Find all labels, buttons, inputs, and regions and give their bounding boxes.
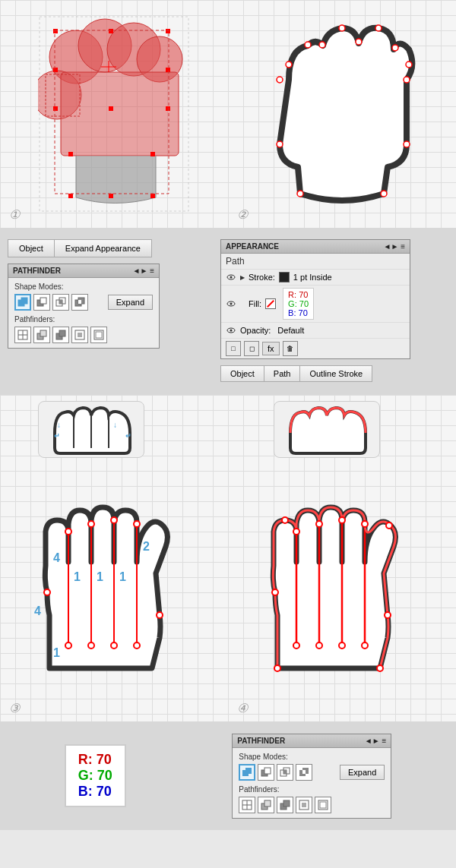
svg-point-27 [356, 39, 362, 45]
bottom-exclude-icon[interactable] [296, 764, 312, 781]
bottom-trim-icon[interactable] [258, 797, 274, 813]
step1-number: ① [9, 207, 20, 222]
svg-rect-7 [53, 29, 58, 33]
merge-icon[interactable] [52, 327, 69, 343]
svg-text:4: 4 [34, 604, 41, 617]
svg-point-104 [362, 642, 368, 649]
svg-rect-19 [109, 194, 113, 198]
svg-point-106 [385, 612, 391, 618]
svg-point-29 [392, 45, 398, 51]
svg-rect-8 [166, 29, 170, 33]
svg-point-60 [230, 276, 233, 279]
svg-rect-39 [21, 298, 27, 304]
step4-thumb-svg [279, 406, 378, 456]
rgb-r-value: R: 70 [288, 290, 309, 299]
pathfinder-controls: ◄► ≡ [133, 267, 154, 275]
step3-number: ③ [9, 701, 20, 715]
clear-icon[interactable]: ◻ [244, 341, 259, 356]
svg-point-35 [404, 141, 410, 147]
bottom-collapse-icon[interactable]: ◄► [365, 737, 380, 745]
svg-point-30 [406, 62, 412, 68]
outline-icon[interactable] [90, 327, 107, 343]
crop-icon[interactable] [71, 327, 88, 343]
svg-text:↵: ↵ [54, 432, 60, 440]
pathfinder-title-bar: PATHFINDER ◄► ≡ [8, 264, 159, 278]
object-button[interactable]: Object [8, 239, 55, 257]
bottom-pathfinder-panel: PATHFINDER ◄► ≡ Shape Modes: [232, 734, 391, 819]
stroke-eye-icon[interactable] [226, 272, 236, 282]
bottom-shape-modes-label: Shape Modes: [239, 753, 385, 761]
pathfinder-body: Shape Modes: Expand [8, 278, 159, 348]
top-button-row: Object Expand Appearance [8, 239, 213, 257]
opacity-eye-icon[interactable] [226, 325, 236, 336]
bottom-menu-icon[interactable]: ≡ [382, 737, 386, 745]
divide-icon[interactable] [14, 327, 31, 343]
fill-color-swatch[interactable] [265, 298, 276, 309]
svg-rect-120 [302, 770, 306, 774]
exclude-icon[interactable] [71, 294, 88, 311]
add-new-icon[interactable]: □ [226, 341, 241, 356]
bottom-shape-mode-icons: Expand [239, 764, 385, 781]
step4-number: ④ [237, 701, 248, 715]
expand-button[interactable]: Expand [108, 295, 153, 310]
path-tab-button[interactable]: Path [264, 365, 300, 382]
step3-hand-svg: 4 1 1 1 4 2 1 [30, 463, 198, 676]
svg-point-34 [277, 141, 283, 147]
object-tab-button[interactable]: Object [220, 365, 264, 382]
svg-point-105 [272, 589, 278, 595]
step3-thumb-svg: ↓ ↓ ↵ ↵ [43, 406, 142, 456]
minus-front-icon[interactable] [33, 294, 50, 311]
menu-icon[interactable]: ≡ [150, 267, 154, 275]
bottom-rgb-g: G: 70 [78, 768, 112, 784]
outline-stroke-button[interactable]: Outline Stroke [299, 365, 372, 382]
bottom-pathfinders-icons [239, 797, 385, 813]
collapse-icon[interactable]: ◄► [133, 267, 148, 275]
svg-point-83 [65, 529, 71, 535]
bottom-crop-icon[interactable] [296, 797, 312, 813]
bottom-minus-icon[interactable] [258, 764, 274, 781]
appearance-menu-icon[interactable]: ≡ [401, 242, 405, 251]
svg-point-91 [44, 589, 50, 595]
bottom-divide-icon[interactable] [239, 797, 255, 813]
svg-text:4: 4 [53, 551, 60, 564]
svg-rect-114 [264, 768, 271, 774]
opacity-row: Opacity: Default [221, 323, 410, 339]
svg-rect-58 [96, 332, 102, 338]
rgb-g-value: G: 70 [288, 299, 309, 308]
fx-button[interactable]: fx [262, 342, 280, 355]
trash-icon[interactable]: 🗑 [283, 341, 298, 356]
svg-rect-9 [53, 106, 58, 111]
step4-hand-svg [258, 463, 426, 676]
fill-label: Fill: [249, 299, 261, 308]
fill-eye-icon[interactable] [226, 298, 236, 309]
svg-rect-6 [61, 72, 179, 156]
bottom-rgb-r: R: 70 [78, 752, 112, 768]
svg-point-98 [316, 521, 322, 527]
opacity-label: Opacity: [240, 326, 271, 335]
bottom-expand-button[interactable]: Expand [340, 765, 385, 780]
svg-text:1: 1 [97, 570, 103, 583]
svg-point-99 [339, 517, 345, 523]
bottom-buttons-row: Object Path Outline Stroke [220, 365, 433, 382]
bottom-unite-icon[interactable] [239, 764, 255, 781]
stroke-arrow-icon: ▶ [240, 274, 245, 281]
svg-text:1: 1 [119, 570, 126, 583]
appearance-title-text: APPEARANCE [226, 242, 279, 251]
bottom-merge-icon[interactable] [277, 797, 293, 813]
opacity-value: Default [277, 326, 304, 335]
svg-rect-117 [283, 770, 287, 774]
svg-point-88 [88, 642, 94, 649]
expand-appearance-button[interactable]: Expand Appearance [55, 239, 152, 257]
rgb-overlay: R: 70 G: 70 B: 70 [283, 288, 314, 320]
hands-section: ③ ↓ ↓ ↵ ↵ [0, 395, 456, 721]
appearance-collapse-icon[interactable]: ◄► [384, 242, 399, 251]
intersect-icon[interactable] [52, 294, 69, 311]
bottom-rgb-b: B: 70 [78, 784, 112, 800]
trim-icon[interactable] [33, 327, 50, 343]
svg-point-90 [134, 642, 140, 649]
appearance-bottom-row: □ ◻ fx 🗑 [221, 339, 410, 358]
bottom-outline-icon[interactable] [315, 797, 331, 813]
stroke-color-swatch[interactable] [279, 272, 290, 282]
bottom-intersect-icon[interactable] [277, 764, 293, 781]
unite-icon[interactable] [14, 294, 31, 311]
